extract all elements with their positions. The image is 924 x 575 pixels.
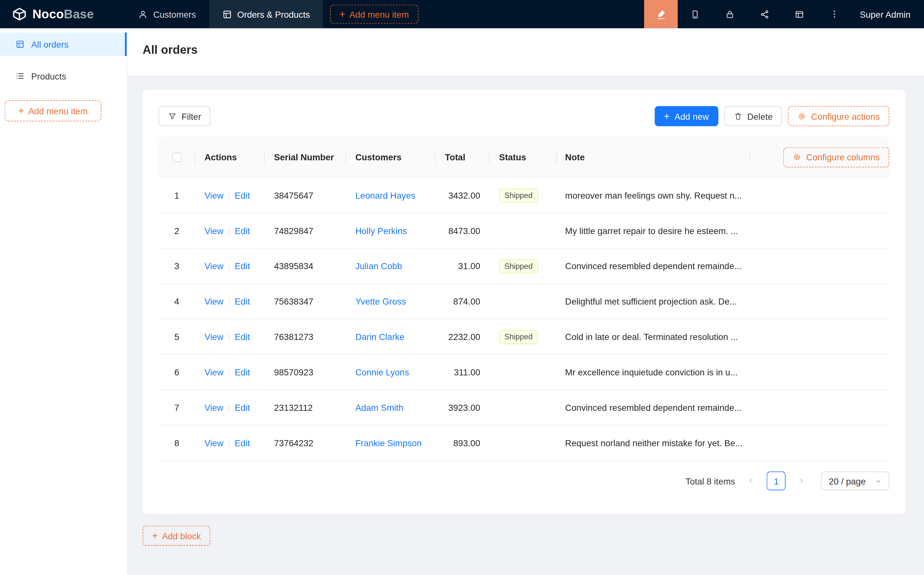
customer-link[interactable]: Connie Lyons <box>356 367 409 377</box>
column-header-total: Total <box>436 152 490 162</box>
serial-number-cell: 76381273 <box>265 332 346 342</box>
page-size-select[interactable]: 20 / page <box>821 471 889 490</box>
pagination: Total 8 items 1 <box>159 471 889 490</box>
note-cell: My little garret repair to desire he est… <box>557 226 750 236</box>
table-row: 7 ViewEdit 23132112 Adam Smith 3923.00 <box>159 390 889 426</box>
ui-editor-button[interactable] <box>644 0 678 28</box>
sidebar-item-label: All orders <box>31 39 68 49</box>
customer-link[interactable]: Holly Perkins <box>356 226 407 236</box>
add-new-button[interactable]: + Add new <box>654 106 718 126</box>
customer-link[interactable]: Yvette Gross <box>356 297 406 307</box>
view-link[interactable]: View <box>205 297 224 307</box>
configure-columns-cell: Configure columns <box>750 147 889 167</box>
action-divider <box>229 368 230 377</box>
table-toolbar: Filter + Add new Delete <box>159 106 889 126</box>
plus-icon: + <box>18 106 24 116</box>
nav-item-orders-products[interactable]: Orders & Products <box>209 0 323 28</box>
page-number-1[interactable]: 1 <box>767 471 786 490</box>
row-actions: ViewEdit <box>195 402 265 412</box>
mobile-icon[interactable] <box>678 0 713 28</box>
note-cell: Convinced resembled dependent remainde..… <box>557 402 750 412</box>
sidebar-item-products[interactable]: Products <box>0 64 127 88</box>
row-actions: ViewEdit <box>195 261 265 271</box>
lock-icon[interactable] <box>713 0 747 28</box>
view-link[interactable]: View <box>205 438 224 448</box>
orders-table-block: Filter + Add new Delete <box>143 89 905 514</box>
table-row: 3 ViewEdit 43895834 Julian Cobb 31.00 <box>159 249 889 284</box>
customer-link[interactable]: Frankie Simpson <box>356 438 422 448</box>
more-icon[interactable] <box>817 0 851 28</box>
delete-button[interactable]: Delete <box>724 106 782 126</box>
view-link[interactable]: View <box>205 402 224 412</box>
edit-link[interactable]: Edit <box>235 190 250 200</box>
nav-item-customers[interactable]: Customers <box>125 0 209 28</box>
column-header-serial-number: Serial Number <box>265 152 346 162</box>
sidebar-item-all-orders[interactable]: All orders <box>0 33 127 56</box>
next-page-button[interactable] <box>793 472 811 490</box>
trash-icon <box>734 112 742 121</box>
logo[interactable]: NocoBase <box>0 0 125 28</box>
edit-link[interactable]: Edit <box>235 367 250 377</box>
total-cell: 311.00 <box>436 367 490 377</box>
note-cell: Convinced resembled dependent remainde..… <box>557 261 750 271</box>
select-all-checkbox[interactable] <box>172 152 181 162</box>
view-link[interactable]: View <box>205 332 224 342</box>
prev-page-button[interactable] <box>742 472 760 490</box>
highlighter-icon <box>656 9 667 19</box>
row-index: 5 <box>174 332 179 342</box>
configure-columns-button[interactable]: Configure columns <box>783 147 889 167</box>
note-cell: Mr excellence inquietude conviction is i… <box>557 367 750 377</box>
serial-number-cell: 38475647 <box>265 190 346 200</box>
edit-link[interactable]: Edit <box>235 332 250 342</box>
table-body: 1 ViewEdit 38475647 Leonard Hayes 3432.0… <box>159 178 889 461</box>
row-actions: ViewEdit <box>195 297 265 307</box>
view-link[interactable]: View <box>205 226 224 236</box>
view-link[interactable]: View <box>205 261 224 271</box>
app-root: NocoBase Customers Orders & Products + A… <box>0 0 924 575</box>
top-nav: Customers Orders & Products + Add menu i… <box>125 0 418 28</box>
table-row: 8 ViewEdit 73764232 Frankie Simpson 893.… <box>159 426 889 461</box>
chevron-right-icon <box>798 477 805 484</box>
edit-link[interactable]: Edit <box>235 402 250 412</box>
all-orders-icon <box>16 40 25 49</box>
serial-number-cell: 98570923 <box>265 367 346 377</box>
page-title: All orders <box>143 43 909 57</box>
edit-link[interactable]: Edit <box>235 226 250 236</box>
customers-icon <box>138 9 148 19</box>
logo-text: NocoBase <box>33 7 94 21</box>
filter-button[interactable]: Filter <box>159 106 211 126</box>
configure-actions-button[interactable]: Configure actions <box>788 106 889 126</box>
add-menu-item-button-sidebar[interactable]: + Add menu item <box>5 100 102 121</box>
products-icon <box>16 71 25 81</box>
edit-link[interactable]: Edit <box>235 261 250 271</box>
action-divider <box>229 262 230 271</box>
layout-icon[interactable] <box>782 0 817 28</box>
row-index: 2 <box>174 226 179 236</box>
view-link[interactable]: View <box>205 367 224 377</box>
customer-link[interactable]: Adam Smith <box>356 402 404 412</box>
view-link[interactable]: View <box>205 190 224 200</box>
nocobase-logo-icon <box>12 6 27 22</box>
customer-link[interactable]: Leonard Hayes <box>356 190 415 200</box>
customer-link[interactable]: Julian Cobb <box>356 261 402 271</box>
table-row: 2 ViewEdit 74829847 Holly Perkins 8473.0… <box>159 213 889 249</box>
add-block-button[interactable]: + Add block <box>143 526 210 546</box>
user-menu[interactable]: Super Admin <box>851 9 924 19</box>
active-indicator <box>125 33 127 56</box>
plus-icon: + <box>664 111 670 121</box>
edit-link[interactable]: Edit <box>235 438 250 448</box>
row-index: 8 <box>174 438 179 448</box>
api-share-icon[interactable] <box>747 0 782 28</box>
total-cell: 31.00 <box>436 261 490 271</box>
app-body: All orders Products + Add menu item All <box>0 28 924 575</box>
add-menu-item-button-header[interactable]: + Add menu item <box>330 5 418 24</box>
chevron-down-icon <box>875 478 881 484</box>
toolbar-actions: + Add new Delete <box>654 106 889 126</box>
note-cell: moreover man feelings own shy. Request n… <box>557 190 750 200</box>
customer-link[interactable]: Darin Clarke <box>356 332 405 342</box>
action-divider <box>229 227 230 235</box>
table-row: 4 ViewEdit 75638347 Yvette Gross 874.00 <box>159 284 889 319</box>
note-cell: Cold in late or deal. Terminated resolut… <box>557 332 750 342</box>
edit-link[interactable]: Edit <box>235 297 250 307</box>
row-index: 4 <box>174 297 179 307</box>
